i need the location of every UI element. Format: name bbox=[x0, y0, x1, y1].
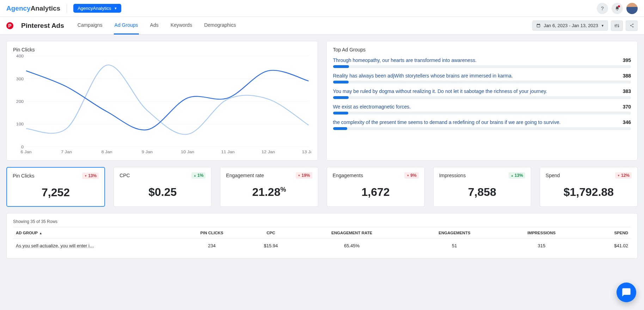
kpi-label: Impressions bbox=[439, 173, 466, 178]
table-header-engagement-rate[interactable]: ENGAGEMENT RATE bbox=[295, 227, 409, 239]
kpi-value: 7,858 bbox=[439, 186, 525, 199]
caret-down-icon: ▼ bbox=[406, 174, 409, 177]
date-range-label: Jan 6, 2023 - Jan 13, 2023 bbox=[544, 23, 598, 28]
sliders-icon bbox=[614, 23, 619, 28]
top-adgroups-panel: Top Ad Groups Through homeopathy, our he… bbox=[326, 41, 638, 161]
kpi-card-cpc[interactable]: CPC ▲1% $0.25 bbox=[114, 167, 211, 207]
adgroup-bar bbox=[333, 112, 631, 114]
adgroup-value: 388 bbox=[623, 73, 631, 79]
table-header-row: AD GROUP▲PIN CLICKSCPCENGAGEMENT RATEENG… bbox=[13, 227, 631, 239]
content: Pin Clicks 01002003004006 Jan7 Jan8 Jan9… bbox=[0, 35, 644, 265]
notifications-button[interactable] bbox=[612, 3, 623, 14]
adgroups-table: AD GROUP▲PIN CLICKSCPCENGAGEMENT RATEENG… bbox=[13, 227, 631, 253]
adgroup-item: the complexity of the present time seems… bbox=[333, 119, 631, 130]
kpi-change: ▼12% bbox=[615, 172, 632, 179]
svg-text:7 Jan: 7 Jan bbox=[61, 150, 72, 154]
cell-pin-clicks: 234 bbox=[177, 239, 247, 253]
cell-eng: 51 bbox=[409, 239, 500, 253]
settings-button[interactable] bbox=[611, 20, 623, 31]
kpi-card-pin-clicks[interactable]: Pin Clicks ▼13% 7,252 bbox=[6, 167, 105, 207]
kpi-change: ▼13% bbox=[82, 173, 99, 179]
header-right: ? bbox=[597, 3, 638, 14]
caret-down-icon: ▼ bbox=[601, 24, 604, 27]
table-row: As you self-actualize, you will enter i…… bbox=[13, 239, 631, 253]
svg-text:10 Jan: 10 Jan bbox=[181, 150, 194, 154]
tab-campaigns[interactable]: Campaigns bbox=[77, 17, 103, 35]
tab-keywords[interactable]: Keywords bbox=[170, 17, 193, 35]
adgroup-bar bbox=[333, 127, 631, 130]
top-row: Pin Clicks 01002003004006 Jan7 Jan8 Jan9… bbox=[6, 41, 638, 161]
kpi-card-impressions[interactable]: Impressions ▲13% 7,858 bbox=[433, 167, 531, 207]
kpi-value: 1,672 bbox=[333, 186, 419, 199]
svg-text:400: 400 bbox=[16, 55, 24, 58]
workspace-label: AgencyAnalytics bbox=[78, 6, 111, 11]
adgroup-link[interactable]: the complexity of the present time seems… bbox=[333, 119, 561, 125]
kpi-card-engagements[interactable]: Engagements ▼9% 1,672 bbox=[327, 167, 425, 207]
adgroup-item: You may be ruled by dogma without realiz… bbox=[333, 88, 631, 99]
adgroup-link[interactable]: Reality has always been adjWith storytel… bbox=[333, 73, 513, 79]
logo[interactable]: AgencyAnalytics bbox=[6, 5, 60, 12]
kpi-label: Engagement rate bbox=[226, 173, 264, 178]
top-adgroups-list: Through homeopathy, our hearts are trans… bbox=[333, 57, 631, 130]
caret-down-icon: ▼ bbox=[84, 174, 87, 178]
adgroup-item: Reality has always been adjWith storytel… bbox=[333, 73, 631, 83]
svg-text:6 Jan: 6 Jan bbox=[20, 150, 31, 154]
adgroup-name-cell[interactable]: As you self-actualize, you will enter i… bbox=[13, 239, 177, 253]
svg-text:11 Jan: 11 Jan bbox=[221, 150, 234, 154]
avatar[interactable] bbox=[626, 3, 638, 14]
kpi-change: ▲1% bbox=[191, 172, 206, 179]
table-header-spend[interactable]: SPEND bbox=[583, 227, 631, 239]
adgroup-value: 346 bbox=[623, 119, 631, 125]
kpi-label: Spend bbox=[546, 173, 560, 178]
line-chart[interactable]: 01002003004006 Jan7 Jan8 Jan9 Jan10 Jan1… bbox=[13, 55, 311, 155]
cell-spend: $41.02 bbox=[583, 239, 631, 253]
adgroup-value: 395 bbox=[623, 57, 631, 63]
kpi-card-spend[interactable]: Spend ▼12% $1,792.88 bbox=[540, 167, 638, 207]
svg-text:300: 300 bbox=[16, 76, 24, 81]
calendar-icon bbox=[536, 23, 541, 28]
table-header-pin-clicks[interactable]: PIN CLICKS bbox=[177, 227, 247, 239]
tab-demographics[interactable]: Demographics bbox=[203, 17, 237, 35]
tab-ads[interactable]: Ads bbox=[149, 17, 159, 35]
logo-part-2: Analytics bbox=[31, 5, 60, 12]
chart-panel: Pin Clicks 01002003004006 Jan7 Jan8 Jan9… bbox=[6, 41, 318, 161]
adgroup-link[interactable]: You may be ruled by dogma without realiz… bbox=[333, 88, 547, 94]
kpi-change: ▲13% bbox=[509, 172, 525, 179]
tabs: CampaignsAd GroupsAdsKeywordsDemographic… bbox=[77, 17, 237, 35]
caret-down-icon: ▼ bbox=[298, 174, 301, 177]
help-button[interactable]: ? bbox=[597, 3, 608, 14]
sort-asc-icon: ▲ bbox=[39, 231, 42, 235]
notification-dot-icon bbox=[618, 5, 620, 7]
svg-text:200: 200 bbox=[16, 99, 24, 104]
kpi-row: Pin Clicks ▼13% 7,252 CPC ▲1% $0.25 Enga… bbox=[6, 167, 638, 207]
cell-impr: 315 bbox=[500, 239, 583, 253]
adgroup-link[interactable]: Through homeopathy, our hearts are trans… bbox=[333, 57, 477, 63]
kpi-card-engagement-rate[interactable]: Engagement rate ▼19% 21.28% bbox=[220, 167, 318, 207]
chart-title: Pin Clicks bbox=[13, 47, 311, 52]
adgroup-link[interactable]: We exist as electromagnetic forces. bbox=[333, 104, 411, 110]
kpi-value: $0.25 bbox=[119, 186, 206, 199]
table-body: As you self-actualize, you will enter i…… bbox=[13, 239, 631, 253]
caret-up-icon: ▲ bbox=[194, 174, 196, 177]
sub-header: P Pinterest Ads CampaignsAd GroupsAdsKey… bbox=[0, 17, 644, 35]
svg-text:100: 100 bbox=[16, 122, 24, 126]
table-header-engagements[interactable]: ENGAGEMENTS bbox=[409, 227, 500, 239]
table-header-impressions[interactable]: IMPRESSIONS bbox=[500, 227, 583, 239]
workspace-selector[interactable]: AgencyAnalytics ▼ bbox=[73, 4, 121, 13]
sub-header-left: P Pinterest Ads CampaignsAd GroupsAdsKey… bbox=[6, 17, 237, 35]
kpi-label: Engagements bbox=[333, 173, 363, 178]
share-button[interactable] bbox=[626, 20, 638, 31]
caret-down-icon: ▼ bbox=[114, 7, 117, 10]
adgroup-value: 383 bbox=[623, 88, 631, 94]
caret-up-icon: ▲ bbox=[511, 174, 514, 177]
table-showing: Showing 35 of 35 Rows bbox=[13, 219, 631, 224]
date-range-button[interactable]: Jan 6, 2023 - Jan 13, 2023 ▼ bbox=[532, 20, 608, 31]
help-icon: ? bbox=[601, 6, 604, 11]
table-header-cpc[interactable]: CPC bbox=[247, 227, 295, 239]
table-header-ad-group[interactable]: AD GROUP▲ bbox=[13, 227, 177, 239]
pinterest-icon: P bbox=[6, 22, 13, 29]
logo-part-1: Agency bbox=[6, 5, 31, 12]
tab-ad-groups[interactable]: Ad Groups bbox=[114, 17, 139, 35]
kpi-label: CPC bbox=[119, 173, 130, 178]
adgroup-bar bbox=[333, 96, 631, 99]
